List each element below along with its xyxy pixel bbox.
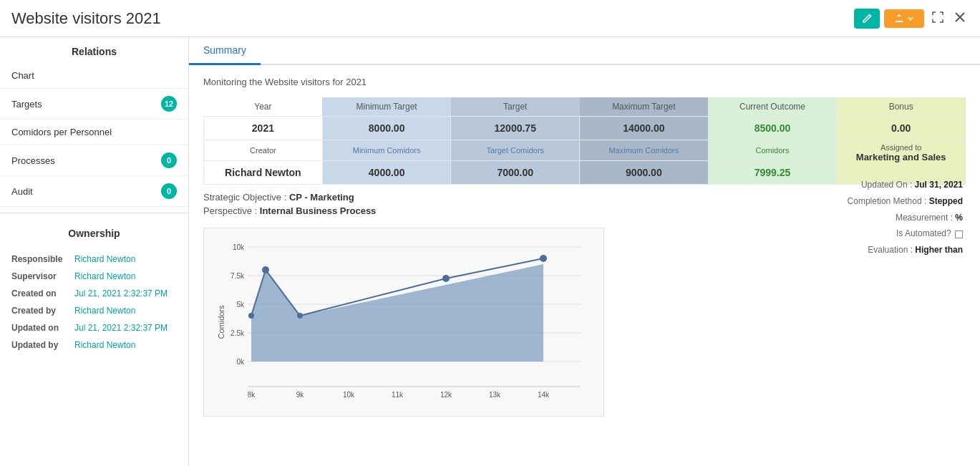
svg-text:13k: 13k bbox=[489, 391, 501, 399]
chart-area bbox=[251, 264, 543, 361]
sidebar-item-targets[interactable]: Targets 12 bbox=[0, 89, 188, 120]
sidebar-item-audit-label: Audit bbox=[11, 186, 33, 197]
strategic-objective-value: CP - Marketing bbox=[289, 192, 354, 203]
close-button[interactable] bbox=[951, 9, 969, 29]
svg-text:2.5k: 2.5k bbox=[231, 329, 245, 337]
measurement-row: Measurement : % bbox=[848, 210, 963, 226]
td-target-comidors-label: Target Comidors bbox=[451, 140, 580, 161]
th-bonus: Bonus bbox=[837, 97, 966, 117]
th-year: Year bbox=[204, 97, 323, 117]
right-panel: Summary Monitoring the Website visitors … bbox=[189, 37, 980, 466]
td-max-target: 14000.00 bbox=[580, 117, 709, 140]
monitoring-text: Monitoring the Website visitors for 2021 bbox=[203, 77, 966, 87]
td-bonus: 0.00 bbox=[837, 117, 966, 140]
upload-icon bbox=[894, 14, 904, 24]
y-axis-label: Comidors bbox=[217, 305, 225, 339]
measurement-key: Measurement : bbox=[896, 213, 953, 223]
chart-svg: Comidors 10k 7.5k 5k 2 bbox=[215, 240, 588, 404]
checkbox-icon bbox=[955, 230, 963, 238]
updated-on-label: Updated on bbox=[11, 323, 69, 333]
svg-text:10k: 10k bbox=[343, 391, 355, 399]
edit-icon bbox=[861, 13, 873, 24]
svg-text:8k: 8k bbox=[248, 391, 256, 399]
supervisor-label: Supervisor bbox=[11, 271, 69, 281]
ownership-section: Responsible Richard Newton Supervisor Ri… bbox=[0, 245, 188, 359]
updated-on-row: Updated On : Jul 31, 2021 bbox=[848, 177, 963, 193]
assigned-label: Assigned to bbox=[843, 143, 959, 152]
sidebar-item-comidors-per-personnel[interactable]: Comidors per Personnel bbox=[0, 120, 188, 145]
svg-text:0k: 0k bbox=[236, 358, 245, 366]
sidebar-item-chart-label: Chart bbox=[11, 70, 34, 81]
responsible-label: Responsible bbox=[11, 254, 69, 264]
sidebar-item-chart[interactable]: Chart bbox=[0, 63, 188, 89]
ownership-supervisor: Supervisor Richard Newton bbox=[0, 268, 188, 285]
responsible-value: Richard Newton bbox=[74, 254, 135, 264]
chart-point-1 bbox=[248, 313, 254, 319]
updated-on-val: Jul 31, 2021 bbox=[915, 180, 963, 190]
svg-text:10k: 10k bbox=[233, 243, 245, 251]
svg-text:11k: 11k bbox=[392, 391, 404, 399]
created-by-label: Created by bbox=[11, 306, 69, 316]
sidebar-item-processes[interactable]: Processes 0 bbox=[0, 145, 188, 176]
chart-point-4 bbox=[442, 275, 450, 282]
svg-text:14k: 14k bbox=[538, 391, 550, 399]
td-comidors: 7999.25 bbox=[708, 161, 837, 185]
automated-row: Is Automated? bbox=[848, 225, 963, 242]
td-target: 12000.75 bbox=[451, 117, 580, 140]
completion-val: Stepped bbox=[929, 196, 963, 206]
svg-text:9k: 9k bbox=[296, 391, 305, 399]
evaluation-row: Evaluation : Higher than bbox=[848, 242, 963, 258]
th-target: Target bbox=[451, 97, 580, 117]
ownership-title: Ownership bbox=[0, 219, 188, 245]
assigned-value: Marketing and Sales bbox=[843, 152, 959, 162]
updated-on-key: Updated On : bbox=[861, 180, 912, 190]
sidebar-item-targets-label: Targets bbox=[11, 99, 42, 110]
td-max-comidors: 9000.00 bbox=[580, 161, 709, 185]
svg-text:7.5k: 7.5k bbox=[231, 272, 245, 280]
chart-container: Comidors 10k 7.5k 5k 2 bbox=[203, 228, 604, 417]
evaluation-val: Higher than bbox=[915, 245, 963, 255]
td-current-outcome: 8500.00 bbox=[708, 117, 837, 140]
tab-summary[interactable]: Summary bbox=[189, 37, 261, 65]
completion-row: Completion Method : Stepped bbox=[848, 193, 963, 210]
td-creator-value: Richard Newton bbox=[204, 161, 323, 185]
stats-table: Year Minimum Target Target Maximum Targe… bbox=[203, 97, 966, 185]
header: Website visitors 2021 bbox=[0, 0, 980, 37]
audit-badge: 0 bbox=[161, 183, 177, 199]
targets-badge: 12 bbox=[161, 96, 177, 112]
expand-button[interactable] bbox=[928, 8, 947, 29]
ownership-responsible: Responsible Richard Newton bbox=[0, 251, 188, 268]
ownership-created-on: Created on Jul 21, 2021 2:32:37 PM bbox=[0, 285, 188, 302]
app-window: Website visitors 2021 bbox=[0, 0, 980, 466]
td-min-comidors: 4000.00 bbox=[322, 161, 451, 185]
td-comidors-label: Comidors bbox=[708, 140, 837, 161]
chart-point-3 bbox=[297, 313, 303, 319]
td-target-comidors: 7000.00 bbox=[451, 161, 580, 185]
svg-text:12k: 12k bbox=[440, 391, 452, 399]
main-content: Relations Chart Targets 12 Comidors per … bbox=[0, 37, 980, 466]
td-min-target: 8000.00 bbox=[322, 117, 451, 140]
updated-on-value: Jul 21, 2021 2:32:37 PM bbox=[74, 323, 168, 333]
share-button[interactable] bbox=[884, 9, 924, 28]
sidebar: Relations Chart Targets 12 Comidors per … bbox=[0, 37, 189, 466]
td-year: 2021 bbox=[204, 117, 323, 140]
created-on-value: Jul 21, 2021 2:32:37 PM bbox=[74, 288, 168, 298]
processes-badge: 0 bbox=[161, 152, 177, 168]
updated-by-label: Updated by bbox=[11, 340, 69, 350]
summary-body: Monitoring the Website visitors for 2021… bbox=[203, 77, 966, 417]
expand-icon bbox=[931, 11, 944, 24]
svg-text:5k: 5k bbox=[236, 301, 245, 309]
chart-point-5 bbox=[540, 255, 547, 262]
ownership-updated-on: Updated on Jul 21, 2021 2:32:37 PM bbox=[0, 319, 188, 336]
td-creator-label: Creator bbox=[204, 140, 323, 161]
sidebar-item-processes-label: Processes bbox=[11, 155, 55, 166]
updated-by-value: Richard Newton bbox=[74, 340, 135, 350]
th-current-outcome: Current Outcome bbox=[708, 97, 837, 117]
header-actions bbox=[854, 8, 969, 29]
edit-button[interactable] bbox=[854, 9, 880, 29]
td-min-comidors-label: Minimum Comidors bbox=[322, 140, 451, 161]
sidebar-item-audit[interactable]: Audit 0 bbox=[0, 176, 188, 207]
measurement-val: % bbox=[955, 213, 963, 223]
summary-content: Monitoring the Website visitors for 2021… bbox=[189, 65, 980, 466]
supervisor-value: Richard Newton bbox=[74, 271, 135, 281]
